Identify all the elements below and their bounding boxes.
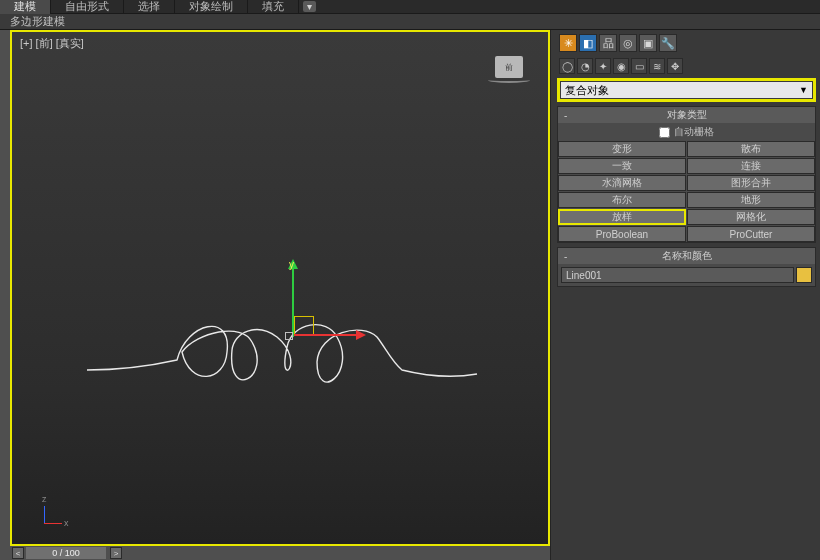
conform-button[interactable]: 一致 [558, 158, 686, 174]
utilities-tab-icon[interactable]: 🔧 [659, 34, 677, 52]
timeline-next-button[interactable]: > [110, 547, 122, 559]
tab-selection[interactable]: 选择 [124, 0, 175, 14]
category-dropdown-highlight: 复合对象 ▼ [557, 78, 816, 102]
loft-button[interactable]: 放样 [558, 209, 686, 225]
create-tab-icon[interactable]: ✳ [559, 34, 577, 52]
command-panel-tabs: ✳ ◧ 品 ◎ ▣ 🔧 [557, 32, 816, 54]
procutter-button[interactable]: ProCutter [687, 226, 815, 242]
object-name-input[interactable]: Line001 [561, 267, 794, 283]
rollout-name-color-header[interactable]: 名称和颜色 [558, 248, 815, 264]
viewport-label[interactable]: [+] [前] [真实] [20, 36, 84, 51]
auto-grid-row: 自动栅格 [558, 123, 815, 141]
viewport-front[interactable]: [+] [前] [真实] 前 y z x [10, 30, 550, 546]
auto-grid-checkbox[interactable] [659, 127, 670, 138]
tab-freeform[interactable]: 自由形式 [51, 0, 124, 14]
motion-tab-icon[interactable]: ◎ [619, 34, 637, 52]
axis-tripod: z x [38, 500, 68, 530]
modify-tab-icon[interactable]: ◧ [579, 34, 597, 52]
viewcube-ring[interactable] [488, 77, 530, 83]
terrain-button[interactable]: 地形 [687, 192, 815, 208]
ribbon-dropdown-icon[interactable]: ▾ [303, 1, 316, 12]
command-panel: ✳ ◧ 品 ◎ ▣ 🔧 ◯ ◔ ✦ ◉ ▭ ≋ ✥ 复合对象 ▼ 对象类型 [550, 30, 820, 560]
mesher-button[interactable]: 网格化 [687, 209, 815, 225]
lights-category-icon[interactable]: ✦ [595, 58, 611, 74]
tripod-x [44, 523, 62, 524]
gizmo-x-axis[interactable] [294, 334, 358, 336]
proboolean-button[interactable]: ProBoolean [558, 226, 686, 242]
blobmesh-button[interactable]: 水滴网格 [558, 175, 686, 191]
scatter-button[interactable]: 散布 [687, 141, 815, 157]
rollout-object-type: 对象类型 自动栅格 变形 散布 一致 连接 水滴网格 图形合并 布尔 地形 放样… [557, 106, 816, 243]
boolean-button[interactable]: 布尔 [558, 192, 686, 208]
tripod-label-z: z [42, 494, 47, 504]
timeline: < 0 / 100 > [10, 546, 550, 560]
viewcube-face[interactable]: 前 [495, 56, 523, 78]
create-category-row: ◯ ◔ ✦ ◉ ▭ ≋ ✥ [557, 56, 816, 76]
tab-modeling[interactable]: 建模 [0, 0, 51, 14]
geometry-category-icon[interactable]: ◯ [559, 58, 575, 74]
connect-button[interactable]: 连接 [687, 158, 815, 174]
display-tab-icon[interactable]: ▣ [639, 34, 657, 52]
category-dropdown-value: 复合对象 [565, 83, 609, 98]
spline-love[interactable] [82, 292, 492, 402]
gizmo-y-label: y [289, 259, 294, 270]
shapes-category-icon[interactable]: ◔ [577, 58, 593, 74]
timeline-frame-display[interactable]: 0 / 100 [26, 547, 106, 559]
cameras-category-icon[interactable]: ◉ [613, 58, 629, 74]
object-color-swatch[interactable] [796, 267, 812, 283]
hierarchy-tab-icon[interactable]: 品 [599, 34, 617, 52]
tripod-z [44, 506, 45, 524]
rollout-object-type-header[interactable]: 对象类型 [558, 107, 815, 123]
helpers-category-icon[interactable]: ▭ [631, 58, 647, 74]
ribbon-subtabs: 多边形建模 [0, 14, 820, 30]
spacewarps-category-icon[interactable]: ≋ [649, 58, 665, 74]
systems-category-icon[interactable]: ✥ [667, 58, 683, 74]
morph-button[interactable]: 变形 [558, 141, 686, 157]
timeline-prev-button[interactable]: < [12, 547, 24, 559]
viewport-container: [+] [前] [真实] 前 y z x < 0 / 100 > [0, 30, 550, 560]
rollout-name-color: 名称和颜色 Line001 [557, 247, 816, 287]
gizmo-xy-plane[interactable] [294, 316, 314, 336]
dropdown-arrow-icon: ▼ [799, 85, 808, 95]
workspace: [+] [前] [真实] 前 y z x < 0 / 100 > [0, 30, 820, 560]
gizmo-center-handle[interactable] [285, 332, 293, 340]
tab-populate[interactable]: 填充 [248, 0, 299, 14]
subtab-poly-modeling[interactable]: 多边形建模 [0, 13, 75, 30]
shapemerge-button[interactable]: 图形合并 [687, 175, 815, 191]
auto-grid-label: 自动栅格 [674, 125, 714, 139]
ribbon-tabs: 建模 自由形式 选择 对象绘制 填充 ▾ [0, 0, 820, 14]
tab-object-paint[interactable]: 对象绘制 [175, 0, 248, 14]
viewcube[interactable]: 前 [488, 56, 530, 82]
tripod-label-x: x [64, 518, 69, 528]
category-dropdown[interactable]: 复合对象 ▼ [561, 82, 812, 98]
object-type-buttons: 变形 散布 一致 连接 水滴网格 图形合并 布尔 地形 放样 网格化 ProBo… [558, 141, 815, 242]
